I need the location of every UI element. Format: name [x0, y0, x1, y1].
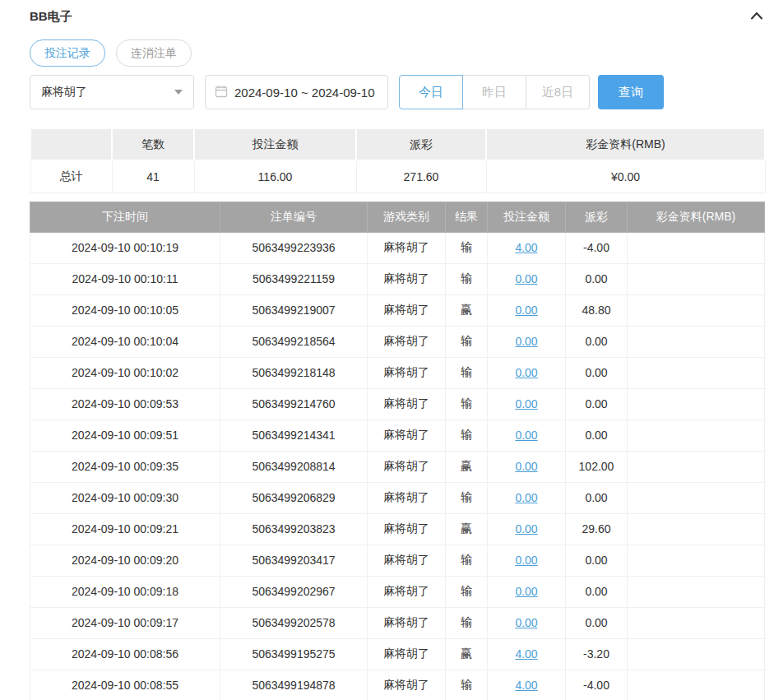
table-row: 2024-09-10 00:08:565063499195275麻将胡了赢4.0…: [30, 638, 765, 670]
bonus-cell: [628, 638, 765, 670]
table-row: 2024-09-10 00:10:045063499218564麻将胡了输0.0…: [30, 326, 765, 357]
panel-header: BB电子: [30, 7, 764, 26]
game-type-cell: 麻将胡了: [368, 263, 446, 294]
result-cell: 输: [446, 388, 488, 420]
bet-amount-cell: 0.00: [488, 263, 566, 294]
bet-amount-link[interactable]: 4.00: [515, 647, 537, 661]
payout-cell: 0.00: [566, 263, 628, 294]
game-type-cell: 麻将胡了: [368, 451, 446, 482]
bet-time-cell: 2024-09-10 00:08:55: [30, 670, 220, 700]
bonus-cell: [628, 545, 765, 576]
quick-date-group: 今日 昨日 近8日: [399, 75, 590, 109]
bet-time-cell: 2024-09-10 00:10:05: [30, 294, 220, 326]
bet-id-cell: 5063499218564: [220, 326, 368, 357]
bonus-cell: [628, 482, 765, 513]
bet-amount-link[interactable]: 0.00: [515, 522, 537, 535]
bet-amount-link[interactable]: 0.00: [515, 585, 537, 598]
summary-total-count: 41: [112, 160, 194, 192]
bet-amount-link[interactable]: 0.00: [515, 460, 537, 473]
bet-amount-link[interactable]: 0.00: [515, 429, 537, 442]
summary-total-bonus: ¥0.00: [486, 160, 765, 192]
bet-table: 下注时间 注单编号 游戏类别 结果 投注金额 派彩 彩金资料(RMB) 2024…: [30, 202, 765, 700]
bet-amount-cell: 0.00: [488, 451, 566, 482]
calendar-icon: [215, 85, 228, 100]
date-range-input[interactable]: 2024-09-10 ~ 2024-09-10: [205, 75, 388, 109]
summary-header-bonus: 彩金资料(RMB): [486, 128, 765, 160]
bet-amount-link[interactable]: 0.00: [515, 272, 537, 285]
tab-bet-records[interactable]: 投注记录: [30, 39, 105, 67]
summary-total-payout: 271.60: [356, 160, 486, 192]
last-8-days-button[interactable]: 近8日: [526, 75, 590, 109]
bet-amount-link[interactable]: 0.00: [515, 335, 537, 348]
result-cell: 输: [446, 263, 488, 294]
result-cell: 赢: [446, 513, 488, 545]
bonus-cell: [628, 326, 765, 357]
header-bet-time: 下注时间: [30, 202, 220, 232]
bet-id-cell: 5063499214760: [220, 388, 368, 420]
header-bet-amount: 投注金额: [488, 202, 566, 232]
bet-time-cell: 2024-09-10 00:08:56: [30, 638, 220, 670]
payout-cell: 0.00: [566, 388, 628, 420]
bet-time-cell: 2024-09-10 00:09:51: [30, 420, 220, 451]
bet-amount-link[interactable]: 0.00: [515, 554, 537, 567]
date-range-value: 2024-09-10 ~ 2024-09-10: [234, 86, 375, 100]
table-row: 2024-09-10 00:10:055063499219007麻将胡了赢0.0…: [30, 294, 765, 326]
bet-id-cell: 5063499219007: [220, 294, 368, 326]
tab-cancelled-bets[interactable]: 连消注单: [116, 39, 192, 67]
table-row: 2024-09-10 00:10:195063499223936麻将胡了输4.0…: [30, 232, 765, 263]
bet-amount-link[interactable]: 0.00: [515, 366, 537, 379]
header-payout: 派彩: [566, 202, 628, 232]
result-cell: 输: [446, 482, 488, 513]
bet-id-cell: 5063499195275: [220, 638, 368, 670]
game-type-cell: 麻将胡了: [368, 294, 446, 326]
bet-time-cell: 2024-09-10 00:10:19: [30, 232, 220, 263]
bet-amount-link[interactable]: 0.00: [515, 491, 537, 504]
bonus-cell: [628, 607, 765, 638]
bonus-cell: [628, 451, 765, 482]
bet-time-cell: 2024-09-10 00:09:21: [30, 513, 220, 545]
game-select-value: 麻将胡了: [41, 85, 87, 100]
bet-id-cell: 5063499206829: [220, 482, 368, 513]
bet-amount-link[interactable]: 0.00: [515, 304, 537, 317]
bet-id-cell: 5063499223936: [220, 232, 368, 263]
table-row: 2024-09-10 00:10:025063499218148麻将胡了输0.0…: [30, 357, 765, 388]
collapse-button[interactable]: [749, 11, 764, 22]
bet-amount-cell: 0.00: [488, 357, 566, 388]
bet-amount-cell: 0.00: [488, 607, 566, 638]
bet-time-cell: 2024-09-10 00:09:17: [30, 607, 220, 638]
query-button[interactable]: 查询: [598, 75, 664, 109]
bet-time-cell: 2024-09-10 00:09:30: [30, 482, 220, 513]
summary-total-bet-amount: 116.00: [194, 160, 356, 192]
game-type-cell: 麻将胡了: [368, 388, 446, 420]
payout-cell: -4.00: [566, 232, 628, 263]
payout-cell: 0.00: [566, 482, 628, 513]
bet-table-body: 2024-09-10 00:10:195063499223936麻将胡了输4.0…: [30, 232, 765, 700]
bonus-cell: [628, 357, 765, 388]
table-row: 2024-09-10 00:09:515063499214341麻将胡了输0.0…: [30, 420, 765, 451]
table-row: 2024-09-10 00:09:535063499214760麻将胡了输0.0…: [30, 388, 765, 420]
summary-header-bet-amount: 投注金额: [194, 128, 356, 160]
game-type-cell: 麻将胡了: [368, 545, 446, 576]
payout-cell: 102.00: [566, 451, 628, 482]
bet-amount-link[interactable]: 4.00: [515, 679, 537, 692]
bet-id-cell: 5063499218148: [220, 357, 368, 388]
bet-id-cell: 5063499203823: [220, 513, 368, 545]
bet-amount-link[interactable]: 0.00: [515, 397, 537, 410]
bet-records-panel: BB电子 投注记录 连消注单 麻将胡了 2024-09-10 ~ 2: [0, 0, 774, 700]
bonus-cell: [628, 263, 765, 294]
game-type-cell: 麻将胡了: [368, 326, 446, 357]
header-bonus: 彩金资料(RMB): [628, 202, 765, 232]
bet-id-cell: 5063499214341: [220, 420, 368, 451]
result-cell: 输: [446, 670, 488, 700]
today-button[interactable]: 今日: [399, 75, 463, 109]
bet-amount-link[interactable]: 0.00: [515, 616, 537, 629]
filter-bar: 麻将胡了 2024-09-10 ~ 2024-09-10 今日 昨日 近8日 查…: [30, 75, 764, 109]
summary-header-row: 笔数 投注金额 派彩 彩金资料(RMB): [30, 128, 765, 160]
bonus-cell: [628, 232, 765, 263]
game-select[interactable]: 麻将胡了: [30, 75, 194, 109]
result-cell: 输: [446, 232, 488, 263]
bonus-cell: [628, 420, 765, 451]
yesterday-button[interactable]: 昨日: [462, 75, 526, 109]
game-type-cell: 麻将胡了: [368, 670, 446, 700]
bet-amount-link[interactable]: 4.00: [515, 241, 537, 254]
